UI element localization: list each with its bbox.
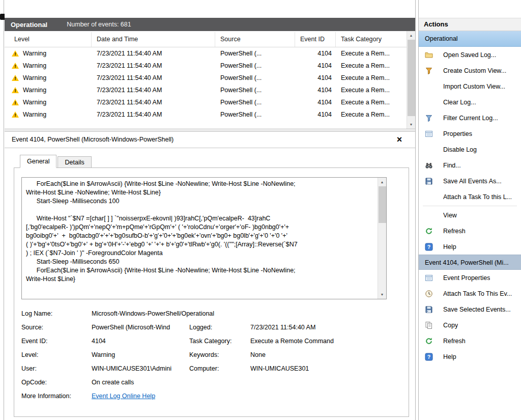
- event-row[interactable]: !Warning7/23/2021 11:54:40 AMPowerShell …: [5, 47, 407, 60]
- event-id-cell: 4104: [295, 87, 336, 94]
- action-item-open-saved-log[interactable]: Open Saved Log...: [419, 47, 521, 63]
- scroll-up-button[interactable]: ▲: [407, 31, 415, 40]
- table-header-row: Level Date and Time Source Event ID Task…: [5, 32, 407, 47]
- action-item-refresh[interactable]: Refresh: [419, 223, 521, 239]
- detail-value: PowerShell (Microsoft-Wind: [92, 324, 189, 331]
- action-item-refresh[interactable]: Refresh: [419, 333, 521, 349]
- action-item-properties[interactable]: Properties: [419, 126, 521, 142]
- message-scrollbar[interactable]: ▲ ▼: [378, 178, 386, 299]
- action-item-attach-a-task-to-this-l[interactable]: Attach a Task To this L...: [419, 189, 521, 205]
- event-viewer-window: Operational Number of events: 681 Level …: [0, 0, 521, 420]
- folder-icon: [425, 51, 433, 59]
- column-header-date-and-time[interactable]: Date and Time: [92, 32, 215, 47]
- column-header-task-category[interactable]: Task Category: [336, 32, 407, 47]
- event-message-box[interactable]: ForEach($Line in $ArrowAscii) {Write-Hos…: [21, 177, 387, 299]
- event-detail-titlebar: Event 4104, PowerShell (Microsoft-Window…: [5, 131, 415, 148]
- warning-icon: !: [12, 87, 19, 93]
- column-header-source[interactable]: Source: [215, 32, 295, 47]
- source-cell: PowerShell (...: [215, 50, 295, 57]
- detail-label: Logged:: [189, 324, 250, 331]
- action-item-label: Clear Log...: [443, 99, 476, 106]
- general-tab-panel: ForEach($Line in $ArrowAscii) {Write-Hos…: [14, 167, 409, 417]
- clock-icon: [425, 290, 433, 298]
- scrollbar-thumb[interactable]: [379, 186, 386, 223]
- action-item-create-custom-view[interactable]: Create Custom View...: [419, 63, 521, 78]
- action-item-label: View: [443, 212, 457, 219]
- task-category-cell: Execute a Rem...: [336, 111, 407, 118]
- datetime-cell: 7/23/2021 11:54:40 AM: [92, 50, 215, 57]
- warning-icon: !: [12, 63, 19, 69]
- level-text: Warning: [23, 111, 46, 118]
- event-id-cell: 4104: [295, 50, 336, 57]
- datetime-cell: 7/23/2021 11:54:40 AM: [92, 111, 215, 118]
- task-category-cell: Execute a Rem...: [336, 62, 407, 69]
- action-item-label: Event Properties: [443, 274, 490, 282]
- action-item-label: Open Saved Log...: [443, 51, 496, 59]
- copy-icon: [425, 321, 433, 329]
- actions-group-header-operational[interactable]: Operational: [419, 31, 521, 47]
- detail-label: Event ID:: [21, 338, 92, 345]
- event-list-scrollbar[interactable]: ▲ ▼: [407, 31, 415, 129]
- task-category-cell: Execute a Rem...: [336, 99, 407, 106]
- datetime-cell: 7/23/2021 11:54:40 AM: [92, 87, 215, 94]
- actions-group-header-event-4104-powershell-mi[interactable]: Event 4104, PowerShell (Mi...: [419, 255, 521, 270]
- actions-groups: OperationalOpen Saved Log...Create Custo…: [419, 31, 521, 365]
- action-item-find[interactable]: Find...: [419, 157, 521, 173]
- action-item-label: Help: [443, 353, 456, 360]
- event-detail-title: Event 4104, PowerShell (Microsoft-Window…: [12, 131, 173, 148]
- event-row[interactable]: !Warning7/23/2021 11:54:40 AMPowerShell …: [5, 60, 407, 72]
- datetime-cell: 7/23/2021 11:54:40 AM: [92, 62, 215, 69]
- detail-label: Source:: [21, 324, 92, 331]
- detail-label: Log Name:: [21, 310, 92, 317]
- event-row[interactable]: !Warning7/23/2021 11:54:40 AMPowerShell …: [5, 96, 407, 108]
- events-table: Level Date and Time Source Event ID Task…: [5, 31, 415, 129]
- tab-general[interactable]: General: [20, 155, 56, 168]
- warning-icon: !: [12, 111, 19, 118]
- action-item-view[interactable]: View: [419, 207, 521, 223]
- action-item-disable-log[interactable]: Disable Log: [419, 142, 521, 157]
- level-cell: !Warning: [5, 111, 92, 118]
- tab-details[interactable]: Details: [57, 156, 91, 168]
- event-detail-panel: Event 4104, PowerShell (Microsoft-Window…: [5, 131, 415, 420]
- warning-icon: !: [12, 75, 19, 81]
- event-details: Log Name: Microsoft-Windows-PowerShell/O…: [21, 306, 398, 403]
- event-row[interactable]: !Warning7/23/2021 11:54:40 AMPowerShell …: [5, 72, 407, 84]
- detail-tabs: General Details: [20, 155, 92, 168]
- main-pane: Operational Number of events: 681 Level …: [5, 0, 416, 420]
- action-item-attach-task-to-this-ev[interactable]: Attach Task To This Ev...: [419, 286, 521, 301]
- action-item-help[interactable]: ?Help: [419, 349, 521, 365]
- event-log-online-help-link[interactable]: Event Log Online Help: [92, 393, 155, 400]
- action-item-label: Refresh: [443, 338, 466, 345]
- level-cell: !Warning: [5, 74, 92, 81]
- column-header-event-id[interactable]: Event ID: [295, 32, 336, 47]
- event-row[interactable]: !Warning7/23/2021 11:54:40 AMPowerShell …: [5, 108, 407, 121]
- action-item-label: Attach a Task To this L...: [443, 193, 512, 201]
- action-item-copy[interactable]: Copy: [419, 317, 521, 333]
- scroll-down-button[interactable]: ▼: [407, 120, 415, 129]
- action-item-label: Copy: [443, 322, 458, 329]
- action-item-save-selected-events[interactable]: Save Selected Events...: [419, 301, 521, 317]
- action-item-import-custom-view[interactable]: Import Custom View...: [419, 78, 521, 94]
- floppy-icon: [425, 305, 433, 314]
- column-header-level[interactable]: Level: [5, 32, 92, 47]
- scroll-up-button[interactable]: ▲: [378, 178, 386, 186]
- event-message-text: ForEach($Line in $ArrowAscii) {Write-Hos…: [22, 178, 378, 299]
- action-item-help[interactable]: ?Help: [419, 239, 521, 255]
- action-item-filter-current-log[interactable]: Filter Current Log...: [419, 110, 521, 126]
- task-category-cell: Execute a Rem...: [336, 87, 407, 94]
- events-count: Number of events: 681: [67, 21, 131, 28]
- console-tree-edge: [0, 0, 4, 420]
- event-id-cell: 4104: [295, 111, 336, 118]
- svg-text:?: ?: [427, 354, 430, 360]
- scrollbar-thumb[interactable]: [408, 40, 415, 116]
- scroll-down-button[interactable]: ▼: [378, 290, 386, 299]
- action-item-event-properties[interactable]: Event Properties: [419, 270, 521, 286]
- close-icon[interactable]: ×: [394, 133, 405, 146]
- action-item-label: Disable Log: [443, 146, 477, 153]
- task-category-cell: Execute a Rem...: [336, 74, 407, 81]
- event-row[interactable]: !Warning7/23/2021 11:54:40 AMPowerShell …: [5, 84, 407, 96]
- detail-label: Keywords:: [189, 351, 250, 358]
- action-item-save-all-events-as[interactable]: Save All Events As...: [419, 173, 521, 189]
- action-item-clear-log[interactable]: Clear Log...: [419, 94, 521, 110]
- action-item-label: Refresh: [443, 228, 466, 235]
